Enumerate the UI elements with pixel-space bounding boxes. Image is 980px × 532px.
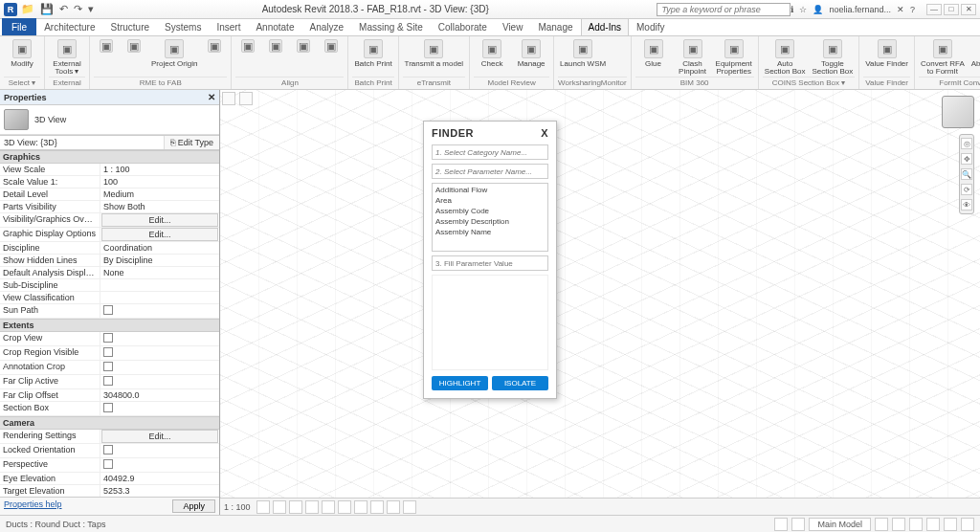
ribbon-button[interactable]: ▣Manage xyxy=(513,38,549,69)
ribbon-button[interactable]: ▣Value Finder xyxy=(863,38,910,69)
qat-undo-icon[interactable]: ↶ xyxy=(59,3,68,15)
property-value[interactable]: Coordination xyxy=(100,242,219,254)
tab-collaborate[interactable]: Collaborate xyxy=(431,18,495,35)
property-row[interactable]: Target Elevation5253.3 xyxy=(0,485,219,497)
view-scale[interactable]: 1 : 100 xyxy=(224,502,251,512)
tab-manage[interactable]: Manage xyxy=(530,18,580,35)
checkbox-icon[interactable] xyxy=(103,362,113,371)
property-value[interactable] xyxy=(100,304,219,318)
property-row[interactable]: Section Box xyxy=(0,402,219,416)
ribbon-button[interactable]: ▣Glue xyxy=(635,38,672,69)
help-icon[interactable]: ? xyxy=(910,5,915,14)
checkbox-icon[interactable] xyxy=(103,376,113,386)
worksets-icon[interactable] xyxy=(774,518,788,531)
ribbon-button[interactable]: ▣About FormIt xyxy=(969,38,980,69)
property-value[interactable] xyxy=(100,402,219,415)
rendering-icon[interactable] xyxy=(322,500,335,514)
view-home-icon[interactable] xyxy=(222,92,235,105)
filter-icon[interactable] xyxy=(961,518,974,531)
visual-style-icon[interactable] xyxy=(273,500,286,514)
property-row[interactable]: Sun Path xyxy=(0,304,219,319)
ribbon-button[interactable]: ▣Batch Print xyxy=(352,38,393,69)
property-value[interactable]: Edit... xyxy=(101,228,218,241)
ribbon-button[interactable]: ▣ xyxy=(235,38,260,54)
ribbon-button[interactable]: ▣Transmit a model xyxy=(403,38,466,69)
ribbon-button[interactable]: ▣Check xyxy=(474,38,510,69)
zoom-icon[interactable]: 🔍 xyxy=(961,168,972,180)
look-icon[interactable]: 👁 xyxy=(961,199,972,211)
ribbon-button[interactable]: ▣ xyxy=(122,38,146,54)
property-value[interactable] xyxy=(100,361,219,374)
property-value[interactable] xyxy=(100,444,219,457)
property-value[interactable]: 304800.0 xyxy=(100,389,219,401)
view-cube[interactable] xyxy=(942,96,974,128)
finder-option[interactable]: Additional Flow xyxy=(434,185,546,195)
appexchange-icon[interactable]: ✕ xyxy=(897,5,904,14)
property-value[interactable]: Edit... xyxy=(101,430,218,443)
property-value[interactable]: Edit... xyxy=(101,213,218,227)
property-row[interactable]: Show Hidden LinesBy Discipline xyxy=(0,255,219,267)
tab-modify[interactable]: Modify xyxy=(629,18,672,35)
ribbon-button[interactable]: ▣ xyxy=(263,38,288,54)
property-value[interactable]: Medium xyxy=(100,188,219,200)
property-row[interactable]: Default Analysis Display StyleNone xyxy=(0,267,219,279)
signin-icon[interactable]: 👤 xyxy=(813,5,823,14)
property-row[interactable]: Far Clip Offset304800.0 xyxy=(0,389,219,402)
info-icon[interactable]: ℹ xyxy=(791,5,793,14)
isolate-button[interactable]: ISOLATE xyxy=(492,376,548,390)
finder-option[interactable]: Area xyxy=(434,195,546,206)
qat-open-icon[interactable]: 📁 xyxy=(21,3,34,15)
view-dropdown-icon[interactable] xyxy=(239,92,253,105)
checkbox-icon[interactable] xyxy=(103,459,113,469)
temp-hide-icon[interactable] xyxy=(387,500,400,514)
tab-annotate[interactable]: Annotate xyxy=(248,18,301,35)
reveal-icon[interactable] xyxy=(403,500,416,514)
property-value[interactable]: 40492.9 xyxy=(100,473,219,484)
property-value[interactable]: 100 xyxy=(100,176,219,188)
qat-save-icon[interactable]: 💾 xyxy=(40,3,54,15)
ribbon-button[interactable]: ▣ xyxy=(94,38,119,54)
tab-structure[interactable]: Structure xyxy=(102,18,157,35)
unlock-icon[interactable] xyxy=(370,500,384,514)
property-value[interactable] xyxy=(100,458,219,472)
checkbox-icon[interactable] xyxy=(103,403,113,412)
property-row[interactable]: Far Clip Active xyxy=(0,375,219,389)
finder-close-icon[interactable]: X xyxy=(541,127,548,139)
property-row[interactable]: Scale Value 1:100 xyxy=(0,176,219,188)
property-value[interactable]: Show Both xyxy=(100,201,219,212)
property-row[interactable]: Sub-Discipline xyxy=(0,279,219,292)
ribbon-button[interactable]: ▣ xyxy=(202,38,227,54)
checkbox-icon[interactable] xyxy=(103,445,113,454)
tab-addins[interactable]: Add-Ins xyxy=(581,18,629,35)
main-model-selector[interactable]: Main Model xyxy=(809,518,871,531)
ribbon-button[interactable]: ▣Modify xyxy=(4,38,40,69)
ribbon-button[interactable]: ▣Launch WSM xyxy=(558,38,608,69)
ribbon-button[interactable]: ▣ xyxy=(319,38,344,54)
tab-view[interactable]: View xyxy=(495,18,531,35)
property-value[interactable]: 5253.3 xyxy=(100,485,219,497)
ribbon-button[interactable]: ▣Clash Pinpoint xyxy=(675,38,711,77)
finder-value-input[interactable] xyxy=(432,255,548,271)
property-row[interactable]: DisciplineCoordination xyxy=(0,242,219,255)
select-links-icon[interactable] xyxy=(875,518,888,531)
property-row[interactable]: Perspective xyxy=(0,458,219,473)
select-face-icon[interactable] xyxy=(926,518,940,531)
shadows-icon[interactable] xyxy=(305,500,319,514)
select-pinned-icon[interactable] xyxy=(909,518,923,531)
ribbon-button[interactable]: ▣External Tools ▾ xyxy=(49,38,85,77)
design-options-icon[interactable] xyxy=(791,518,805,531)
property-row[interactable]: Rendering SettingsEdit... xyxy=(0,430,219,444)
tab-file[interactable]: File xyxy=(2,18,36,35)
property-value[interactable]: None xyxy=(100,267,219,278)
finder-option[interactable]: Assembly Code xyxy=(434,206,546,216)
checkbox-icon[interactable] xyxy=(103,333,113,343)
highlight-button[interactable]: HIGHLIGHT xyxy=(432,376,488,390)
property-value[interactable] xyxy=(100,332,219,345)
property-row[interactable]: Locked Orientation xyxy=(0,444,219,458)
orbit-icon[interactable]: ⟳ xyxy=(961,184,972,195)
qat-redo-icon[interactable]: ↷ xyxy=(74,3,82,15)
property-row[interactable]: Annotation Crop xyxy=(0,361,219,375)
checkbox-icon[interactable] xyxy=(103,305,113,315)
property-value[interactable] xyxy=(100,375,219,388)
viewport-3d[interactable]: ◎ ✥ 🔍 ⟳ 👁 FINDER X Additional FlowAreaAs… xyxy=(220,90,980,515)
